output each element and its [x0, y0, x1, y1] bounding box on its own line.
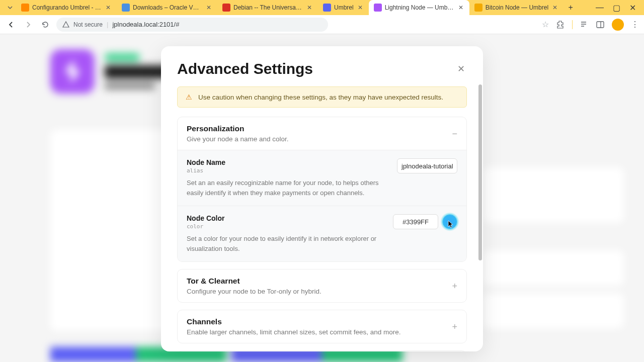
node-color-input[interactable] [393, 214, 438, 229]
divider [572, 20, 573, 29]
chevron-down-icon [7, 5, 13, 11]
expand-toggle[interactable]: + [452, 317, 457, 331]
warning-icon: ⚠ [186, 93, 192, 101]
minimize-icon[interactable]: — [596, 3, 604, 13]
section-title: Tor & Clearnet [187, 277, 452, 286]
section-header-personalization[interactable]: Personalization Give your node a name an… [178, 117, 466, 150]
tab-title: Debian -- The Universal Ope [233, 4, 303, 11]
field-code: alias [187, 167, 389, 174]
close-icon[interactable]: ✕ [457, 4, 464, 11]
close-icon[interactable]: ✕ [105, 4, 112, 11]
color-swatch-button[interactable] [442, 214, 457, 229]
favicon-icon [222, 4, 230, 12]
close-icon[interactable]: ✕ [551, 4, 558, 11]
favicon-icon [374, 4, 382, 12]
section-title: Personalization [187, 124, 452, 133]
close-icon[interactable]: ✕ [205, 4, 212, 11]
security-label: Not secure [73, 21, 103, 28]
warning-text: Use caution when changing these settings… [198, 94, 443, 101]
section-personalization: Personalization Give your node a name an… [177, 117, 467, 262]
tab-lightning-node[interactable]: Lightning Node — Umbrel ✕ [369, 0, 469, 15]
arrow-left-icon [7, 21, 15, 29]
section-channels: Channels Enable larger channels, limit c… [177, 310, 467, 343]
section-tor-clearnet: Tor & Clearnet Configure your node to be… [177, 269, 467, 303]
close-window-icon[interactable]: ✕ [629, 3, 636, 13]
scrollbar-thumb[interactable] [478, 84, 482, 260]
back-button[interactable] [5, 19, 17, 31]
tab-virtualbox[interactable]: Downloads – Oracle VM Virt ✕ [117, 0, 217, 15]
tab-title: Bitcoin Node — Umbrel [486, 4, 548, 11]
modal-header: Advanced Settings ✕ [161, 46, 483, 86]
address-bar[interactable]: Not secure | jplnodeala.local:2101/# [56, 18, 328, 32]
warning-banner: ⚠ Use caution when changing these settin… [177, 86, 467, 108]
tab-title: Downloads – Oracle VM Virt [133, 4, 202, 11]
reload-button[interactable] [39, 19, 51, 31]
reading-list-icon[interactable] [580, 20, 589, 29]
profile-avatar[interactable] [612, 19, 624, 31]
tab-title: Lightning Node — Umbrel [385, 4, 454, 11]
expand-toggle[interactable]: + [452, 277, 457, 291]
advanced-settings-modal: Advanced Settings ✕ ⚠ Use caution when c… [161, 46, 483, 351]
browser-toolbar: Not secure | jplnodeala.local:2101/# ☆ ⋮ [0, 15, 644, 34]
reload-icon [41, 21, 49, 29]
section-title: Channels [187, 317, 452, 326]
star-icon[interactable]: ☆ [542, 20, 549, 29]
favicon-icon [323, 4, 331, 12]
field-label: Node Color [187, 214, 385, 222]
window-controls: — ▢ ✕ [596, 3, 640, 13]
section-header-channels[interactable]: Channels Enable larger channels, limit c… [178, 310, 466, 343]
field-node-color: Node Color color Set a color for your no… [178, 206, 466, 261]
modal-close-button[interactable]: ✕ [455, 63, 467, 75]
svg-rect-0 [597, 22, 604, 28]
section-routing: Routing Set your routing fees, tweak rou… [177, 350, 467, 351]
maximize-icon[interactable]: ▢ [613, 3, 620, 13]
field-desc: Set a color for your node to easily iden… [187, 234, 385, 253]
modal-title: Advanced Settings [177, 60, 455, 77]
section-desc: Enable larger channels, limit channel si… [187, 328, 452, 336]
kebab-menu-icon[interactable]: ⋮ [631, 20, 639, 29]
section-header-routing[interactable]: Routing Set your routing fees, tweak rou… [178, 351, 466, 351]
field-node-name: Node Name alias Set an an easily recogin… [178, 150, 466, 206]
tab-list-dropdown[interactable] [4, 3, 16, 13]
section-body-personalization: Node Name alias Set an an easily recogin… [178, 150, 466, 261]
new-tab-button[interactable]: + [564, 3, 578, 12]
favicon-icon [21, 4, 29, 12]
favicon-icon [474, 4, 482, 12]
field-label: Node Name [187, 158, 389, 166]
close-icon[interactable]: ✕ [357, 4, 364, 11]
section-desc: Give your node a name and color. [187, 135, 452, 143]
url-text: jplnodeala.local:2101/# [112, 21, 179, 28]
extensions-icon[interactable] [556, 20, 565, 29]
tab-debian[interactable]: Debian -- The Universal Ope ✕ [217, 0, 318, 15]
tab-bitcoin-node[interactable]: Bitcoin Node — Umbrel ✕ [469, 0, 564, 15]
side-panel-icon[interactable] [596, 20, 605, 29]
arrow-right-icon [24, 21, 32, 29]
favicon-icon [122, 4, 130, 12]
not-secure-icon [62, 21, 69, 28]
tab-configurando[interactable]: Configurando Umbrel - Nod ✕ [16, 0, 117, 15]
node-name-input[interactable] [397, 158, 457, 173]
collapse-toggle[interactable]: − [452, 124, 457, 138]
tab-strip: Configurando Umbrel - Nod ✕ Downloads – … [0, 0, 644, 15]
tab-title: Umbrel [334, 4, 354, 11]
section-desc: Configure your node to be Tor-only or hy… [187, 288, 452, 295]
section-header-tor[interactable]: Tor & Clearnet Configure your node to be… [178, 269, 466, 302]
modal-body: ⚠ Use caution when changing these settin… [161, 86, 483, 351]
field-code: color [187, 223, 385, 230]
field-desc: Set an an easily recoginizable name for … [187, 178, 389, 198]
tab-title: Configurando Umbrel - Nod [32, 4, 102, 11]
tab-umbrel[interactable]: Umbrel ✕ [318, 0, 369, 15]
close-icon[interactable]: ✕ [306, 4, 313, 11]
forward-button[interactable] [22, 19, 34, 31]
